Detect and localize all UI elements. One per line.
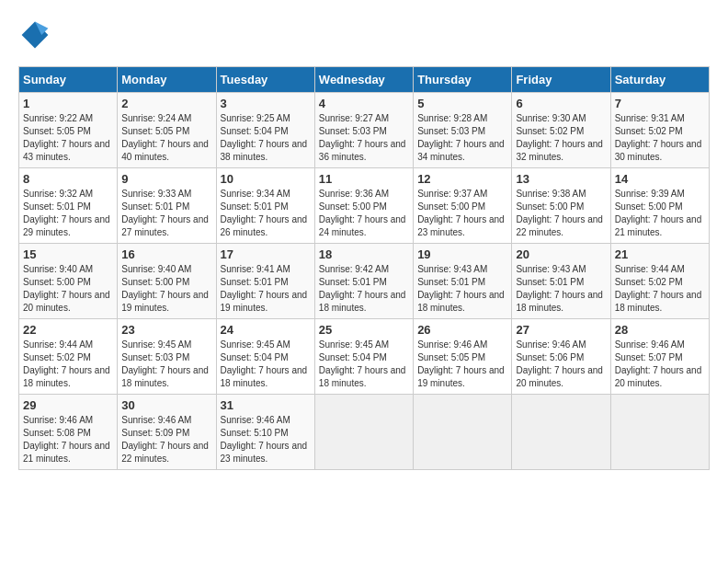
day-info: Sunrise: 9:25 AMSunset: 5:04 PMDaylight:… <box>221 112 311 164</box>
calendar-header-row: SundayMondayTuesdayWednesdayThursdayFrid… <box>19 67 710 93</box>
day-info: Sunrise: 9:46 AMSunset: 5:07 PMDaylight:… <box>615 339 705 390</box>
calendar-cell: 27Sunrise: 9:46 AMSunset: 5:06 PMDayligh… <box>512 319 610 395</box>
day-info: Sunrise: 9:42 AMSunset: 5:01 PMDaylight:… <box>319 263 409 315</box>
calendar-week-3: 15Sunrise: 9:40 AMSunset: 5:00 PMDayligh… <box>19 244 710 319</box>
col-header-thursday: Thursday <box>414 67 512 93</box>
calendar-table: SundayMondayTuesdayWednesdayThursdayFrid… <box>18 66 710 470</box>
calendar-cell <box>414 395 512 470</box>
col-header-monday: Monday <box>118 67 216 93</box>
day-info: Sunrise: 9:34 AMSunset: 5:01 PMDaylight:… <box>221 188 311 239</box>
calendar-cell: 31Sunrise: 9:46 AMSunset: 5:10 PMDayligh… <box>216 395 314 470</box>
calendar-week-2: 8Sunrise: 9:32 AMSunset: 5:01 PMDaylight… <box>19 168 710 244</box>
day-info: Sunrise: 9:33 AMSunset: 5:01 PMDaylight:… <box>121 188 211 239</box>
calendar-cell: 8Sunrise: 9:32 AMSunset: 5:01 PMDaylight… <box>19 168 118 244</box>
calendar-cell: 26Sunrise: 9:46 AMSunset: 5:05 PMDayligh… <box>414 319 512 395</box>
day-number: 20 <box>516 247 606 261</box>
day-number: 19 <box>417 247 507 261</box>
day-number: 1 <box>23 97 113 110</box>
col-header-sunday: Sunday <box>19 67 118 93</box>
day-info: Sunrise: 9:43 AMSunset: 5:01 PMDaylight:… <box>516 263 606 315</box>
calendar-cell: 1Sunrise: 9:22 AMSunset: 5:05 PMDaylight… <box>19 93 118 168</box>
day-number: 8 <box>23 172 113 186</box>
calendar-cell: 25Sunrise: 9:45 AMSunset: 5:04 PMDayligh… <box>314 319 413 395</box>
calendar-cell: 7Sunrise: 9:31 AMSunset: 5:02 PMDaylight… <box>610 93 709 168</box>
day-number: 14 <box>615 172 705 186</box>
col-header-saturday: Saturday <box>610 67 709 93</box>
day-number: 12 <box>417 172 507 186</box>
day-info: Sunrise: 9:40 AMSunset: 5:00 PMDaylight:… <box>121 263 211 315</box>
calendar-cell: 20Sunrise: 9:43 AMSunset: 5:01 PMDayligh… <box>512 244 610 319</box>
day-info: Sunrise: 9:28 AMSunset: 5:03 PMDaylight:… <box>417 112 507 164</box>
day-info: Sunrise: 9:32 AMSunset: 5:01 PMDaylight:… <box>23 188 113 239</box>
calendar-cell: 23Sunrise: 9:45 AMSunset: 5:03 PMDayligh… <box>118 319 216 395</box>
day-number: 30 <box>121 398 211 412</box>
day-number: 23 <box>121 323 211 337</box>
day-info: Sunrise: 9:30 AMSunset: 5:02 PMDaylight:… <box>516 112 606 164</box>
day-info: Sunrise: 9:36 AMSunset: 5:00 PMDaylight:… <box>319 188 409 239</box>
day-number: 29 <box>23 398 113 412</box>
calendar-cell: 12Sunrise: 9:37 AMSunset: 5:00 PMDayligh… <box>414 168 512 244</box>
day-info: Sunrise: 9:45 AMSunset: 5:03 PMDaylight:… <box>121 339 211 390</box>
calendar-cell: 28Sunrise: 9:46 AMSunset: 5:07 PMDayligh… <box>610 319 709 395</box>
day-number: 11 <box>319 172 409 186</box>
day-number: 24 <box>221 323 311 337</box>
day-number: 31 <box>221 398 311 412</box>
day-info: Sunrise: 9:41 AMSunset: 5:01 PMDaylight:… <box>221 263 311 315</box>
logo <box>18 18 57 52</box>
day-number: 3 <box>221 97 311 110</box>
calendar-week-1: 1Sunrise: 9:22 AMSunset: 5:05 PMDaylight… <box>19 93 710 168</box>
day-info: Sunrise: 9:40 AMSunset: 5:00 PMDaylight:… <box>23 263 113 315</box>
calendar-cell: 5Sunrise: 9:28 AMSunset: 5:03 PMDaylight… <box>414 93 512 168</box>
col-header-tuesday: Tuesday <box>216 67 314 93</box>
day-number: 17 <box>221 247 311 261</box>
calendar-cell: 10Sunrise: 9:34 AMSunset: 5:01 PMDayligh… <box>216 168 314 244</box>
calendar-cell: 24Sunrise: 9:45 AMSunset: 5:04 PMDayligh… <box>216 319 314 395</box>
day-number: 9 <box>121 172 211 186</box>
calendar-cell: 6Sunrise: 9:30 AMSunset: 5:02 PMDaylight… <box>512 93 610 168</box>
day-info: Sunrise: 9:37 AMSunset: 5:00 PMDaylight:… <box>417 188 507 239</box>
day-number: 2 <box>121 97 211 110</box>
day-info: Sunrise: 9:39 AMSunset: 5:00 PMDaylight:… <box>615 188 705 239</box>
day-info: Sunrise: 9:38 AMSunset: 5:00 PMDaylight:… <box>516 188 606 239</box>
calendar-cell <box>512 395 610 470</box>
calendar-cell: 29Sunrise: 9:46 AMSunset: 5:08 PMDayligh… <box>19 395 118 470</box>
calendar-cell: 18Sunrise: 9:42 AMSunset: 5:01 PMDayligh… <box>314 244 413 319</box>
calendar-cell: 14Sunrise: 9:39 AMSunset: 5:00 PMDayligh… <box>610 168 709 244</box>
page-header <box>18 18 710 52</box>
day-number: 22 <box>23 323 113 337</box>
calendar-cell <box>610 395 709 470</box>
day-number: 18 <box>319 247 409 261</box>
day-number: 21 <box>615 247 705 261</box>
day-number: 26 <box>417 323 507 337</box>
day-number: 15 <box>23 247 113 261</box>
day-info: Sunrise: 9:46 AMSunset: 5:05 PMDaylight:… <box>417 339 507 390</box>
day-info: Sunrise: 9:44 AMSunset: 5:02 PMDaylight:… <box>23 339 113 390</box>
calendar-cell: 19Sunrise: 9:43 AMSunset: 5:01 PMDayligh… <box>414 244 512 319</box>
col-header-wednesday: Wednesday <box>314 67 413 93</box>
day-number: 4 <box>319 97 409 110</box>
day-number: 5 <box>417 97 507 110</box>
day-number: 10 <box>221 172 311 186</box>
calendar-cell: 11Sunrise: 9:36 AMSunset: 5:00 PMDayligh… <box>314 168 413 244</box>
day-number: 16 <box>121 247 211 261</box>
calendar-cell: 9Sunrise: 9:33 AMSunset: 5:01 PMDaylight… <box>118 168 216 244</box>
calendar-cell <box>314 395 413 470</box>
day-info: Sunrise: 9:24 AMSunset: 5:05 PMDaylight:… <box>121 112 211 164</box>
calendar-cell: 15Sunrise: 9:40 AMSunset: 5:00 PMDayligh… <box>19 244 118 319</box>
day-number: 28 <box>615 323 705 337</box>
day-info: Sunrise: 9:46 AMSunset: 5:09 PMDaylight:… <box>121 414 211 465</box>
calendar-week-5: 29Sunrise: 9:46 AMSunset: 5:08 PMDayligh… <box>19 395 710 470</box>
calendar-cell: 21Sunrise: 9:44 AMSunset: 5:02 PMDayligh… <box>610 244 709 319</box>
calendar-cell: 30Sunrise: 9:46 AMSunset: 5:09 PMDayligh… <box>118 395 216 470</box>
day-info: Sunrise: 9:27 AMSunset: 5:03 PMDaylight:… <box>319 112 409 164</box>
day-number: 25 <box>319 323 409 337</box>
col-header-friday: Friday <box>512 67 610 93</box>
day-number: 13 <box>516 172 606 186</box>
day-info: Sunrise: 9:46 AMSunset: 5:10 PMDaylight:… <box>221 414 311 465</box>
calendar-week-4: 22Sunrise: 9:44 AMSunset: 5:02 PMDayligh… <box>19 319 710 395</box>
day-info: Sunrise: 9:43 AMSunset: 5:01 PMDaylight:… <box>417 263 507 315</box>
calendar-cell: 2Sunrise: 9:24 AMSunset: 5:05 PMDaylight… <box>118 93 216 168</box>
calendar-cell: 4Sunrise: 9:27 AMSunset: 5:03 PMDaylight… <box>314 93 413 168</box>
day-info: Sunrise: 9:46 AMSunset: 5:06 PMDaylight:… <box>516 339 606 390</box>
calendar-cell: 16Sunrise: 9:40 AMSunset: 5:00 PMDayligh… <box>118 244 216 319</box>
